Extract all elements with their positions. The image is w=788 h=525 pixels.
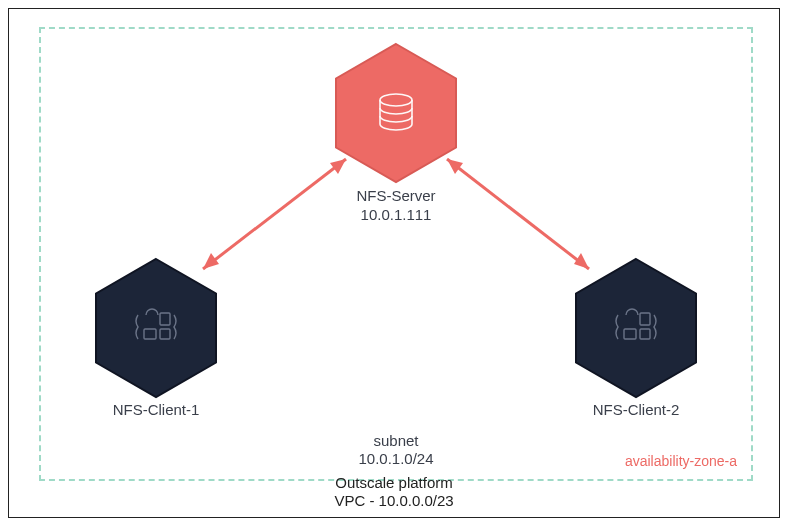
nfs-client-1-label: NFS-Client-1 <box>66 401 246 420</box>
node-ip: 10.0.1.111 <box>361 206 432 223</box>
node-name: NFS-Client-1 <box>113 401 200 418</box>
vpc-footer-label: Outscale platform VPC - 10.0.0.0/23 <box>9 474 779 512</box>
vpc-cidr: VPC - 10.0.0.0/23 <box>334 492 453 509</box>
nfs-server-label: NFS-Server 10.0.1.111 <box>306 187 486 225</box>
availability-zone-label: availability-zone-a <box>625 453 737 469</box>
node-name: NFS-Client-2 <box>593 401 680 418</box>
node-name: NFS-Server <box>356 187 435 204</box>
subnet-box: NFS-Server 10.0.1.111 NFS-Client-1 NFS-C… <box>39 27 753 481</box>
platform-name: Outscale platform <box>335 474 453 491</box>
svg-marker-4 <box>447 159 463 174</box>
subnet-title: subnet <box>373 432 418 449</box>
svg-marker-5 <box>574 253 589 269</box>
subnet-cidr: 10.0.1.0/24 <box>358 450 433 467</box>
nfs-client-2-label: NFS-Client-2 <box>546 401 726 420</box>
vpc-frame: NFS-Server 10.0.1.111 NFS-Client-1 NFS-C… <box>8 8 780 518</box>
